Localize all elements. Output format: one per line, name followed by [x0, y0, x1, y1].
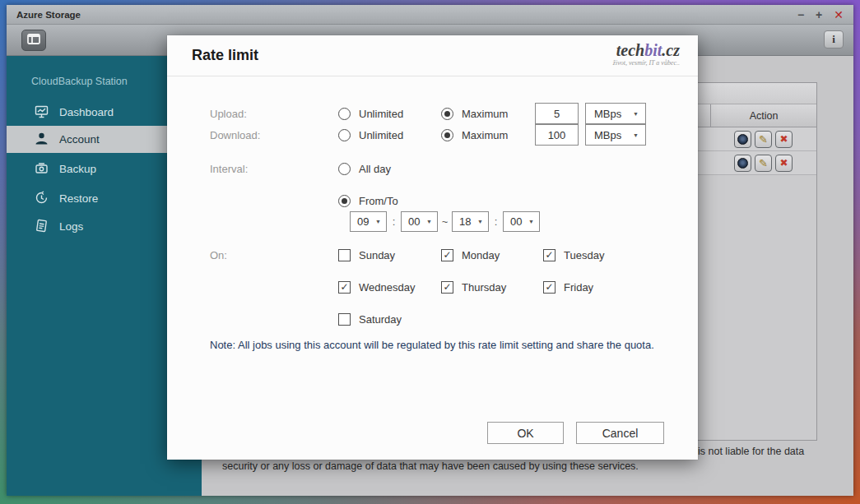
download-row: Download: Unlimited Maximum MBps ▼: [167, 124, 698, 146]
ok-button[interactable]: OK: [487, 422, 564, 444]
time-range-controls: 09 ▼ : 00 ▼ ~ 18 ▼ : 00 ▼: [350, 210, 540, 232]
info-button[interactable]: i: [824, 30, 844, 49]
checkbox-icon[interactable]: [441, 281, 453, 294]
day-wednesday[interactable]: Wednesday: [338, 276, 415, 298]
minimize-button[interactable]: −: [797, 9, 804, 21]
delete-button[interactable]: ✖: [775, 131, 793, 148]
day-thursday[interactable]: Thursday: [441, 276, 506, 298]
checkbox-icon[interactable]: [441, 249, 453, 261]
days-row-2: Wednesday Thursday Friday: [167, 276, 698, 298]
day-friday[interactable]: Friday: [543, 276, 593, 298]
time-colon-separator: :: [387, 215, 401, 228]
close-button[interactable]: ✕: [834, 9, 844, 21]
download-limit-input[interactable]: [535, 124, 579, 146]
techbit-logo: techbit.cz život, vesmír, IT a vůbec..: [613, 41, 680, 67]
download-maximum-option[interactable]: Maximum: [441, 124, 508, 146]
download-unit-select[interactable]: MBps ▼: [585, 124, 646, 146]
chevron-down-icon: ▼: [477, 219, 483, 224]
time-tilde-separator: ~: [438, 215, 452, 228]
from-minute-value: 00: [408, 215, 420, 228]
backup-icon: [35, 161, 49, 178]
radio-icon[interactable]: [441, 108, 453, 120]
day-label: Monday: [462, 249, 500, 261]
download-unlimited-label: Unlimited: [359, 129, 403, 141]
window-controls: − + ✕: [797, 9, 844, 21]
day-label: Sunday: [359, 249, 395, 261]
sidebar-item-label: Dashboard: [59, 106, 114, 118]
time-range-row: 09 ▼ : 00 ▼ ~ 18 ▼ : 00 ▼: [167, 210, 698, 232]
radio-icon[interactable]: [338, 195, 351, 207]
chevron-down-icon: ▼: [426, 219, 432, 224]
day-label: Wednesday: [359, 281, 415, 294]
interval-row: Interval: All day: [167, 158, 698, 179]
sidebar-item-label: Logs: [59, 220, 83, 233]
rate-limit-button[interactable]: [734, 155, 751, 172]
download-maximum-label: Maximum: [462, 129, 508, 141]
window-title: Azure Storage: [16, 10, 81, 20]
to-hour-value: 18: [459, 215, 471, 228]
day-saturday[interactable]: Saturday: [338, 308, 402, 330]
interval-label: Interval:: [210, 158, 248, 179]
download-label: Download:: [210, 124, 260, 146]
upload-row: Upload: Unlimited Maximum MBps ▼: [167, 103, 698, 124]
upload-unlimited-option[interactable]: Unlimited: [338, 103, 403, 124]
delete-button[interactable]: ✖: [775, 155, 793, 172]
radio-icon[interactable]: [338, 129, 351, 141]
day-monday[interactable]: Monday: [441, 244, 500, 266]
note-text: Note: All jobs using this account will b…: [210, 339, 654, 351]
sidebar-item-label: Account: [59, 133, 100, 146]
edit-button[interactable]: ✎: [755, 155, 772, 172]
download-unit-value: MBps: [594, 129, 621, 141]
fromto-row: From/To: [167, 190, 698, 211]
chevron-down-icon: ▼: [528, 219, 534, 224]
logs-icon: [35, 219, 49, 235]
action-column-header: Action: [710, 104, 816, 127]
edit-icon: ✎: [759, 134, 768, 145]
layout-icon: [27, 33, 40, 48]
upload-unit-select[interactable]: MBps ▼: [585, 103, 646, 124]
chevron-down-icon: ▼: [633, 132, 639, 138]
upload-limit-input[interactable]: [535, 103, 579, 124]
download-unlimited-option[interactable]: Unlimited: [338, 124, 403, 146]
delete-icon: ✖: [779, 158, 788, 168]
rate-limit-icon: [737, 158, 748, 169]
upload-unlimited-label: Unlimited: [359, 108, 403, 120]
upload-maximum-option[interactable]: Maximum: [441, 103, 508, 124]
checkbox-icon[interactable]: [543, 249, 556, 261]
layout-toggle-button[interactable]: [21, 30, 46, 51]
dashboard-icon: [35, 104, 49, 121]
day-label: Friday: [564, 281, 593, 294]
time-colon-separator: :: [489, 215, 503, 228]
from-hour-select[interactable]: 09 ▼: [350, 211, 387, 232]
interval-allday-option[interactable]: All day: [338, 158, 391, 179]
radio-icon[interactable]: [441, 129, 453, 141]
chevron-down-icon: ▼: [375, 219, 381, 224]
to-hour-select[interactable]: 18 ▼: [452, 211, 489, 232]
interval-allday-label: All day: [359, 163, 391, 175]
cancel-button[interactable]: Cancel: [576, 422, 664, 444]
day-label: Tuesday: [564, 249, 604, 261]
upload-maximum-label: Maximum: [462, 108, 508, 120]
checkbox-icon[interactable]: [338, 249, 351, 261]
radio-icon[interactable]: [338, 108, 351, 120]
on-label: On:: [210, 244, 227, 266]
edit-button[interactable]: ✎: [755, 131, 772, 148]
checkbox-icon[interactable]: [338, 313, 351, 326]
restore-clock-icon: [35, 191, 49, 207]
day-tuesday[interactable]: Tuesday: [543, 244, 604, 266]
checkbox-icon[interactable]: [338, 281, 351, 294]
from-minute-select[interactable]: 00 ▼: [401, 211, 438, 232]
maximize-button[interactable]: +: [816, 9, 822, 21]
titlebar[interactable]: Azure Storage − + ✕: [7, 5, 853, 25]
rate-limit-button[interactable]: [734, 131, 751, 148]
to-minute-select[interactable]: 00 ▼: [503, 211, 540, 232]
checkbox-icon[interactable]: [543, 281, 556, 294]
interval-fromto-option[interactable]: From/To: [338, 190, 398, 211]
day-sunday[interactable]: Sunday: [338, 244, 395, 266]
radio-icon[interactable]: [338, 163, 351, 175]
chevron-down-icon: ▼: [633, 111, 639, 117]
days-row-3: Saturday: [167, 308, 698, 330]
user-icon: [35, 132, 49, 148]
row-actions: ✎ ✖: [710, 127, 816, 150]
rate-limit-icon: [737, 134, 748, 145]
